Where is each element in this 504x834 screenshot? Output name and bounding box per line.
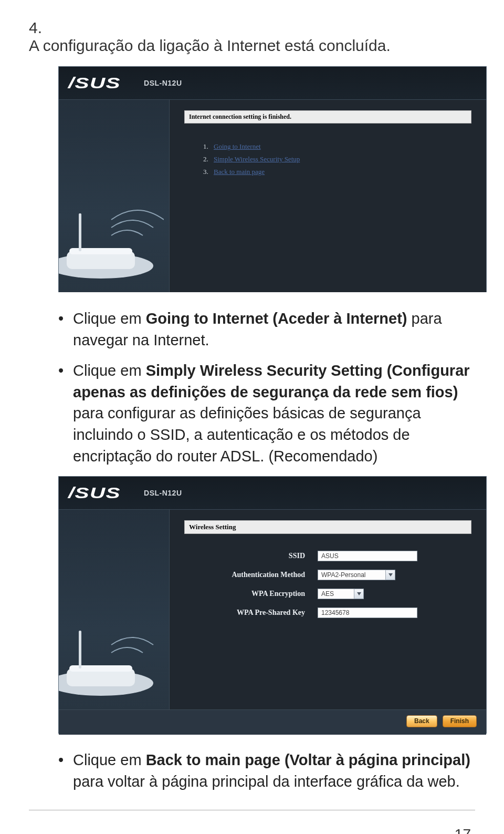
asus-logo: /SUS: [68, 74, 121, 92]
bullet-wireless-security: • Clique em Simply Wireless Security Set…: [58, 360, 475, 467]
svg-marker-9: [357, 592, 361, 595]
bullet-text: para configurar as definições básicas de…: [73, 405, 421, 464]
list-item: 1.Going to Internet: [203, 142, 471, 151]
bullet-text: Clique em: [73, 362, 146, 379]
asus-logo: /SUS: [68, 484, 121, 502]
page-number: 17: [29, 826, 475, 834]
chevron-down-icon[interactable]: [354, 589, 364, 599]
step-4-heading: 4. A configuração da ligação à Internet …: [29, 19, 475, 55]
router-illustration: [59, 616, 164, 700]
bullet-bold: Going to Internet (Aceder à Internet): [146, 310, 407, 327]
model-label: DSL-N12U: [144, 489, 182, 497]
router-window-wireless: /SUS DSL-N12U Wireless Setting SSID: [58, 476, 487, 734]
router-left-pane: [59, 510, 170, 709]
auth-method-select[interactable]: [318, 570, 386, 580]
bullet-marker: •: [58, 360, 73, 467]
panel-title: Wireless Setting: [184, 520, 471, 534]
ssid-input[interactable]: [318, 551, 417, 561]
back-button[interactable]: Back: [406, 715, 437, 727]
svg-rect-7: [79, 631, 81, 668]
step-text: A configuração da ligação à Internet est…: [29, 37, 444, 55]
bullet-text: para voltar à página principal da interf…: [73, 773, 460, 790]
finish-button[interactable]: Finish: [443, 715, 477, 727]
auth-method-label: Authentication Method: [184, 571, 318, 579]
chevron-down-icon[interactable]: [386, 570, 395, 580]
list-item: 2.Simple Wireless Security Setup: [203, 155, 471, 163]
bullet-marker: •: [58, 749, 73, 792]
status-message: Internet connection setting is finished.: [184, 110, 471, 123]
back-to-main-link[interactable]: Back to main page: [214, 168, 265, 176]
model-label: DSL-N12U: [144, 79, 182, 87]
bullet-back-main: • Clique em Back to main page (Voltar à …: [58, 749, 475, 792]
router-footer: Back Finish: [59, 709, 486, 735]
divider: [29, 810, 475, 810]
bullet-text: Clique em: [73, 751, 146, 768]
wpa-key-input[interactable]: [318, 608, 417, 618]
simple-wireless-setup-link[interactable]: Simple Wireless Security Setup: [214, 155, 300, 163]
bullet-marker: •: [58, 308, 73, 351]
router-illustration: [59, 199, 164, 283]
svg-marker-8: [388, 573, 393, 576]
router-left-pane: [59, 100, 170, 292]
going-to-internet-link[interactable]: Going to Internet: [214, 142, 261, 150]
ssid-label: SSID: [184, 552, 318, 560]
router-window-finished: /SUS DSL-N12U Internet connection settin…: [58, 66, 487, 292]
step-number: 4.: [29, 19, 57, 37]
list-item: 3.Back to main page: [203, 168, 471, 176]
wpa-encryption-select[interactable]: [318, 589, 354, 599]
router-header: /SUS DSL-N12U: [59, 477, 486, 510]
wizard-link-list: 1.Going to Internet 2.Simple Wireless Se…: [184, 142, 471, 243]
bullet-text: Clique em: [73, 310, 146, 327]
router-header: /SUS DSL-N12U: [59, 67, 486, 100]
wpa-encryption-label: WPA Encryption: [184, 590, 318, 598]
svg-rect-3: [79, 213, 81, 251]
bullet-bold: Back to main page (Voltar à página princ…: [146, 751, 470, 768]
bullet-going-to-internet: • Clique em Going to Internet (Aceder à …: [58, 308, 475, 351]
wpa-key-label: WPA Pre-Shared Key: [184, 609, 318, 617]
